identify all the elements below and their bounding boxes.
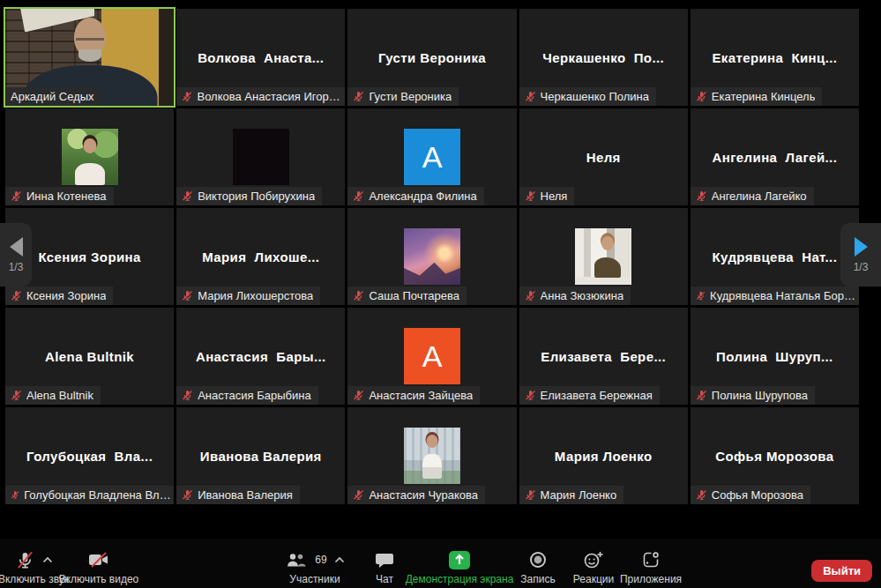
participants-chevron-icon[interactable] (334, 556, 345, 563)
participant-name-label: Анна Зюзюкина (519, 287, 631, 305)
participants-count: 69 (315, 554, 326, 566)
participant-name-text: Виктория Побирухина (198, 190, 315, 203)
muted-mic-icon (525, 489, 536, 501)
participant-tile[interactable]: Неля Неля (519, 108, 688, 205)
participant-tile[interactable]: Виктория Побирухина (176, 108, 345, 205)
participant-tile[interactable]: Анна Зюзюкина (519, 208, 688, 305)
muted-mic-icon (11, 489, 19, 501)
participants-icon (285, 552, 308, 569)
record-label: Запись (520, 573, 555, 585)
muted-mic-icon (353, 190, 364, 202)
muted-mic-icon (525, 91, 536, 102)
record-button[interactable]: Запись (515, 549, 561, 585)
chat-icon (375, 551, 394, 569)
muted-mic-icon (11, 190, 22, 202)
participant-tile[interactable]: Мария Лоенко Мария Лоенко (519, 407, 688, 504)
avatar-photo (575, 228, 631, 285)
participant-name-label: Полина Шурупова (691, 386, 815, 405)
prev-page-button[interactable]: 1/3 (0, 223, 32, 287)
participant-tile[interactable]: А Александра Филина (347, 108, 516, 205)
muted-mic-icon (182, 390, 193, 401)
participant-name-text: Ангелина Лагейко (712, 190, 807, 203)
participant-name-text: Мария Лихошерстова (198, 289, 313, 302)
record-icon (528, 550, 548, 569)
participant-name-text: Александра Филина (369, 190, 476, 203)
participant-name-label: Ангелина Лагейко (691, 187, 814, 205)
participant-tile[interactable]: Анастасия Бары... Анастасия Барыбина (176, 308, 345, 405)
avatar-letter: А (404, 328, 460, 384)
chat-button[interactable]: Чат (363, 549, 406, 585)
participant-name-label: Иванова Валерия (176, 486, 300, 504)
muted-mic-icon (11, 290, 22, 301)
reactions-icon (583, 550, 604, 569)
participant-name-text: Волкова Анастасия Игоревна (197, 90, 345, 103)
participant-tile[interactable]: Мария Лихоше... Мария Лихошерстова (176, 208, 345, 305)
participant-name-label: Елизавета Бережная (519, 386, 660, 405)
participant-name-label: Мария Лихошерстова (176, 287, 320, 305)
reactions-button[interactable]: Реакции (566, 549, 621, 585)
participant-tile[interactable]: Ангелина Лагей... Ангелина Лагейко (691, 108, 859, 205)
muted-mic-icon (696, 390, 707, 401)
participant-name-label: Волкова Анастасия Игоревна (176, 87, 345, 106)
participant-name-text: Аркадий Седых (11, 90, 94, 103)
participant-tile[interactable]: Кудрявцева Нат... Кудрявцева Наталья Бор… (691, 208, 859, 305)
participant-name-label: Alena Bultnik (5, 386, 101, 405)
share-screen-button[interactable]: Демонстрация экрана (404, 549, 515, 585)
apps-icon (641, 550, 661, 569)
start-video-button[interactable]: Включить видео (55, 549, 143, 585)
avatar-letter: А (404, 129, 460, 185)
participant-tile[interactable]: Голубоцкая Вла... Голубоцкая Владлена Вл… (5, 407, 174, 504)
participant-grid: Аркадий Седых Волкова Анаста... Волкова … (5, 9, 859, 504)
start-video-label: Включить видео (59, 573, 139, 585)
next-page-button[interactable]: 1/3 (840, 223, 881, 287)
participant-tile[interactable]: Полина Шуруп... Полина Шурупова (691, 308, 859, 405)
participant-tile[interactable]: Екатерина Кинц... Екатерина Кинцель (691, 9, 859, 106)
participant-name-text: Анастасия Чуракова (369, 488, 478, 502)
participant-tile[interactable]: А Анастасия Зайцева (347, 308, 516, 405)
participant-tile[interactable]: Софья Морозова Софья Морозова (691, 407, 859, 504)
participant-name-label: Екатерина Кинцель (691, 87, 823, 106)
apps-button[interactable]: Приложения (619, 549, 683, 585)
participants-button[interactable]: 69 Участники (275, 549, 355, 585)
participant-tile[interactable]: Елизавета Бере... Елизавета Бережная (519, 308, 688, 405)
participant-tile[interactable]: Черкашенко По... Черкашенко Полина (519, 9, 688, 106)
audio-options-chevron-icon[interactable] (42, 556, 53, 563)
participant-name-label: Виктория Побирухина (176, 187, 322, 205)
muted-mic-icon (182, 290, 193, 301)
participant-tile[interactable]: Иванова Валерия Иванова Валерия (176, 407, 345, 504)
prev-page-arrow-icon (10, 237, 23, 257)
participants-label: Участники (289, 573, 340, 585)
leave-meeting-button[interactable]: Выйти (811, 560, 872, 582)
muted-mic-icon (696, 91, 707, 102)
participant-name-text: Кудрявцева Наталья Борисовна (710, 289, 859, 302)
page-indicator: 1/3 (9, 261, 24, 273)
participant-tile[interactable]: Густи Вероника Густи Вероника (347, 9, 516, 106)
avatar-photo (404, 228, 460, 285)
muted-mic-icon (696, 290, 706, 301)
muted-mic-icon (696, 190, 707, 202)
participant-name-label: Черкашенко Полина (519, 87, 656, 106)
participant-name-label: Ксения Зорина (5, 287, 113, 305)
muted-mic-icon (353, 390, 364, 401)
participant-name-label: Анастасия Барыбина (176, 386, 317, 405)
participant-tile[interactable]: Саша Почтарева (347, 208, 516, 305)
participant-name-text: Анастасия Барыбина (198, 389, 310, 402)
participant-name-text: Анна Зюзюкина (541, 289, 624, 302)
participant-name-text: Голубоцкая Владлена Владимиро... (24, 488, 174, 502)
participant-tile[interactable]: Волкова Анаста... Волкова Анастасия Игор… (176, 9, 345, 106)
participant-tile[interactable]: Аркадий Седых (5, 9, 174, 106)
muted-mic-icon (525, 390, 536, 401)
participant-name-label: Кудрявцева Наталья Борисовна (691, 287, 859, 305)
participant-tile[interactable]: Alena Bultnik Alena Bultnik (5, 308, 174, 405)
participant-name-text: Густи Вероника (369, 90, 452, 103)
participant-name-text: Елизавета Бережная (541, 389, 653, 402)
chat-label: Чат (376, 573, 393, 585)
meeting-toolbar: Включить звук Включить видео 6 (0, 539, 881, 588)
avatar-photo (404, 428, 460, 484)
participant-tile[interactable]: Анастасия Чуракова (347, 407, 516, 504)
participant-name-label: Анастасия Зайцева (347, 386, 480, 405)
avatar-photo (233, 129, 289, 185)
participant-name-text: Саша Почтарева (369, 289, 459, 302)
participant-tile[interactable]: Инна Котенева (5, 108, 174, 205)
participant-name-label: Саша Почтарева (347, 287, 467, 305)
